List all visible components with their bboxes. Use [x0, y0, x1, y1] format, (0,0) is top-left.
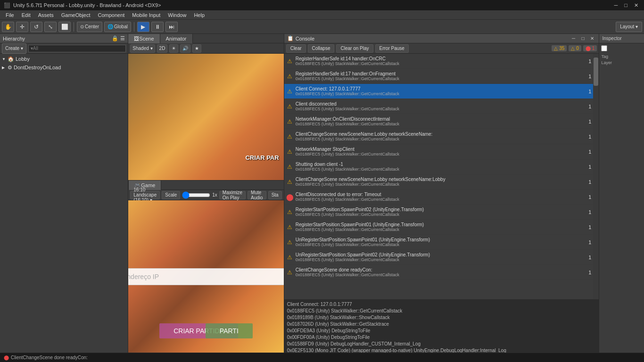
maximize-btn[interactable]: □ — [622, 2, 629, 8]
log-icon-warn: ⚠ — [286, 133, 294, 140]
log-text: NetworkManager StopClient0x0188FEC5 (Uni… — [296, 147, 580, 156]
hierarchy-item-dontdestroy[interactable]: ▶ ⚙ DontDestroyOnLoad — [0, 63, 128, 72]
log-sub: 0x0188FEC5 (Unity) StackWalker::GetCurre… — [296, 61, 580, 66]
log-item[interactable]: ⚠ClientChangeScene newSceneName:Lobby ne… — [284, 129, 594, 144]
log-main: Shutting down client -1 — [296, 162, 580, 167]
hierarchy-item-lobby[interactable]: ▼ 🏠 Lobby — [0, 55, 128, 63]
scene-tab[interactable]: 🖼 Scene — [128, 34, 160, 43]
log-text: UnRegisterStartPosition:SpawnPoint01 (Un… — [296, 237, 580, 247]
log-item[interactable]: ⚠RegisterHandlerSafe id:14 handler:OnCRC… — [284, 54, 594, 69]
log-item[interactable]: ⚠Shutting down client -10x0188FEC5 (Unit… — [284, 159, 594, 174]
hierarchy-search-input[interactable] — [28, 45, 126, 52]
collapse-btn[interactable]: Collapse — [308, 44, 335, 53]
menu-item-component[interactable]: Component — [94, 11, 128, 19]
log-sub: 0x0188FEC5 (Unity) StackWalker::GetCurre… — [296, 122, 580, 126]
close-btn[interactable]: ✕ — [632, 2, 640, 8]
menu-item-edit[interactable]: Edit — [18, 11, 34, 19]
log-main: RegisterHandlerSafe id:17 handler:OnFrag… — [296, 71, 580, 76]
console-scroll-thumb[interactable] — [594, 58, 598, 86]
log-icon-warn: ⚠ — [286, 239, 294, 246]
scene-light-btn[interactable]: ☀ — [169, 44, 178, 53]
log-item[interactable]: ⚠RegisterHandlerSafe id:17 handler:OnFra… — [284, 69, 594, 84]
step-btn[interactable]: ⏭ — [165, 22, 178, 32]
maximize-on-play-btn[interactable]: Maximize On Play — [219, 191, 246, 199]
log-item[interactable]: ⚠NetworkManager StopClient0x0188FEC5 (Un… — [284, 144, 594, 159]
log-item[interactable]: ⚠ClientChangeScene done readyCon:0x0188F… — [284, 265, 594, 280]
stats-btn[interactable]: Sta — [268, 191, 282, 199]
minimize-btn[interactable]: ─ — [612, 2, 620, 8]
log-main: NetworkManager:OnClientDisconnectInterna… — [296, 116, 580, 122]
rect-tool-btn[interactable]: ⬜ — [58, 22, 71, 32]
scene-audio-btn[interactable]: 🔊 — [180, 44, 190, 53]
log-main: ClientDisconnected due to error: Timeout — [296, 192, 580, 197]
log-main: ClientChangeScene newSceneName:Lobby net… — [296, 177, 580, 182]
error-pause-btn[interactable]: Error Pause — [375, 44, 409, 53]
log-icon-warn: ⚠ — [286, 254, 294, 261]
shaded-dropdown[interactable]: Shaded ▾ — [130, 44, 155, 53]
menu-item-window[interactable]: Window — [164, 11, 190, 19]
hierarchy-lock-icon[interactable]: 🔒 — [112, 35, 118, 41]
center-btn[interactable]: ⊙ Center — [77, 22, 102, 32]
global-btn[interactable]: 🌐 Global — [104, 22, 131, 32]
console-close-btn[interactable]: ✕ — [588, 35, 596, 42]
console-scrollbar[interactable] — [593, 54, 599, 299]
scene-icon: 🖼 — [134, 36, 139, 41]
log-item[interactable]: ⚠Client Connect: 127.0.0.1:77770x0188FEC… — [284, 84, 594, 99]
log-icon-warn: ⚠ — [286, 118, 294, 125]
layout-btn[interactable]: Layout ▾ — [616, 22, 642, 32]
animator-tab[interactable]: Animator — [160, 34, 193, 43]
warn-icon-1: △ — [554, 46, 558, 51]
scale-tool-btn[interactable]: ⤡ — [44, 22, 57, 32]
log-item[interactable]: ⬤ClientDisconnected due to error: Timeou… — [284, 189, 594, 205]
menu-item-mobile input[interactable]: Mobile Input — [128, 11, 164, 19]
hierarchy-create-btn[interactable]: Create ▾ — [2, 43, 26, 54]
log-item[interactable]: ⚠RegisterStartPosition:SpawnPoint01 (Uni… — [284, 220, 594, 235]
resolution-dropdown[interactable]: 16:10 Landscape (16:10) ▾ — [130, 191, 160, 199]
log-count: 1 — [580, 149, 591, 155]
move-tool-btn[interactable]: ✛ — [16, 22, 28, 32]
log-text: Shutting down client -10x0188FEC5 (Unity… — [296, 162, 580, 172]
log-text: UnRegisterStartPosition:SpawnPoint02 (Un… — [296, 252, 580, 262]
log-sub: 0x0188FEC5 (Unity) StackWalker::GetCurre… — [296, 152, 580, 156]
pause-btn[interactable]: ⏸ — [151, 22, 164, 32]
console-maximize-btn[interactable]: □ — [579, 35, 586, 42]
log-sub: 0x0188FEC5 (Unity) StackWalker::GetCurre… — [296, 272, 580, 277]
scene-fx-btn[interactable]: ★ — [192, 44, 201, 53]
clear-btn[interactable]: Clear — [286, 44, 306, 53]
log-item[interactable]: ⚠ClientChangeScene newSceneName:Lobby ne… — [284, 174, 594, 189]
menu-item-assets[interactable]: Assets — [34, 11, 58, 19]
2d-toggle[interactable]: 2D — [157, 44, 168, 53]
hand-tool-btn[interactable]: ✋ — [2, 22, 14, 32]
dontdestroy-icon: ⚙ — [8, 65, 12, 71]
detail-line: 0x0189189B (Unity) StackWalker::ShowCall… — [287, 314, 596, 321]
log-sub: 0x0188FEC5 (Unity) StackWalker::GetCurre… — [296, 212, 580, 217]
clear-on-play-btn[interactable]: Clear on Play — [336, 44, 373, 53]
log-item[interactable]: ⚠UnRegisterStartPosition:SpawnPoint02 (U… — [284, 250, 594, 265]
menu-item-file[interactable]: File — [2, 11, 18, 19]
rotate-tool-btn[interactable]: ↺ — [30, 22, 42, 32]
menu-item-gameobject[interactable]: GameObject — [58, 11, 94, 19]
log-item[interactable]: ⚠Client disconnected0x0188FEC5 (Unity) S… — [284, 99, 594, 114]
scene-area: 🖼 Scene Animator Shaded ▾ 2D ☀ 🔊 ★ — [128, 34, 283, 180]
global-icon: 🌐 — [107, 24, 113, 29]
console-header: 📋 Console ─ □ ✕ — [284, 34, 599, 43]
inspector-active-cb[interactable] — [601, 45, 607, 51]
console-icon: 📋 — [287, 35, 294, 41]
play-btn[interactable]: ▶ — [137, 22, 149, 32]
console-minimize-btn[interactable]: ─ — [570, 35, 577, 42]
error-badge: ⬤ 1 — [583, 45, 597, 51]
title-bar-controls[interactable]: ─ □ ✕ — [612, 2, 640, 8]
menu-item-help[interactable]: Help — [190, 11, 208, 19]
log-main: Client disconnected — [296, 101, 580, 107]
scale-slider[interactable] — [182, 192, 210, 198]
log-sub: 0x0188FEC5 (Unity) StackWalker::GetCurre… — [296, 137, 580, 141]
mute-audio-btn[interactable]: Mute Audio — [248, 191, 266, 199]
log-item[interactable]: ⚠NetworkManager:OnClientDisconnectIntern… — [284, 114, 594, 129]
partir-btn[interactable]: PARTI — [206, 323, 253, 338]
log-item[interactable]: ⚠RegisterStartPosition:SpawnPoint02 (Uni… — [284, 205, 594, 220]
log-main: ClientChangeScene newSceneName:Lobby net… — [296, 132, 580, 137]
log-item[interactable]: ⚠UnRegisterStartPosition:SpawnPoint01 (U… — [284, 235, 594, 250]
hierarchy-menu-icon[interactable]: ☰ — [120, 35, 125, 41]
game-ip-input[interactable]: Endereço IP — [128, 268, 283, 285]
log-count: 1 — [580, 164, 591, 170]
